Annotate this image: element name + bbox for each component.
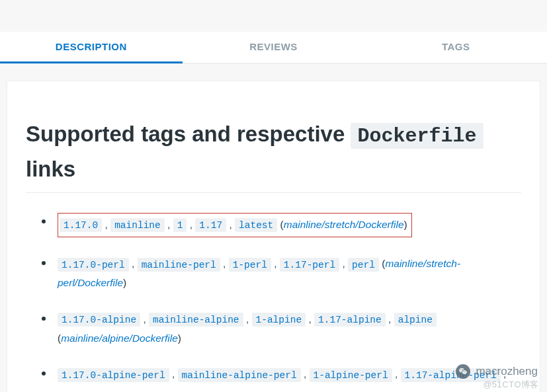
tag-link[interactable]: 1 [173,218,187,232]
paren-close: ) [404,219,407,230]
tab-description[interactable]: DESCRIPTION [0,32,183,63]
tags-row: 1.17.0-alpine-perl , mainline-alpine-per… [58,368,506,379]
dockerfile-link[interactable]: mainline/stretch/Dockerfile [284,219,404,230]
tag-link[interactable]: perl [348,258,379,272]
tag-link[interactable]: mainline [110,218,165,232]
tag-link[interactable]: latest [235,218,277,232]
list-item: 1.17.0-alpine-perl , mainline-alpine-per… [58,365,521,384]
tab-bar: DESCRIPTION REVIEWS TAGS [0,32,547,63]
title-post: links [26,157,75,181]
tag-link[interactable]: 1.17.0-alpine-perl [58,368,169,382]
description-panel: Supported tags and respective Dockerfile… [7,81,540,392]
tag-link[interactable]: 1-alpine [252,313,306,327]
tag-link[interactable]: 1.17-perl [280,258,339,272]
paren-close: ) [178,333,181,344]
tag-link[interactable]: mainline-alpine [149,313,243,327]
tag-link[interactable]: mainline-alpine-perl [178,368,301,382]
tags-row: 1.17.0-alpine , mainline-alpine , 1-alpi… [58,313,437,344]
tag-link[interactable]: mainline-perl [138,258,220,272]
tag-link[interactable]: 1-perl [229,258,271,272]
watermark-site: @51CTO博客 [483,379,539,391]
highlighted-tags-row: 1.17.0 , mainline , 1 , 1.17 , latest (m… [58,213,412,238]
tag-link[interactable]: 1.17.0 [60,218,102,232]
tag-link[interactable]: 1.17.0-alpine [58,313,140,327]
list-item: 1.17.0-alpine , mainline-alpine , 1-alpi… [58,310,521,348]
wechat-icon [456,364,470,379]
tag-link[interactable]: 1-alpine-perl [310,368,392,382]
watermark: macrozheng [456,364,538,379]
list-item: 1.17.0-perl , mainline-perl , 1-perl , 1… [58,255,521,292]
page-title: Supported tags and respective Dockerfile… [26,117,521,193]
tags-row: 1.17.0-perl , mainline-perl , 1-perl , 1… [58,258,460,288]
list-item: 1.17.0 , mainline , 1 , 1.17 , latest (m… [58,213,521,238]
dockerfile-link[interactable]: mainline/alpine/Dockerfile [61,333,178,344]
tab-reviews[interactable]: REVIEWS [183,32,365,63]
supported-tags-list: 1.17.0 , mainline , 1 , 1.17 , latest (m… [58,213,521,385]
tag-link[interactable]: 1.17-alpine [314,313,386,327]
title-code: Dockerfile [351,123,483,149]
tag-link[interactable]: 1.17.0-perl [58,258,129,272]
watermark-handle: macrozheng [476,365,538,378]
tab-tags[interactable]: TAGS [364,32,547,63]
title-pre: Supported tags and respective [26,122,351,146]
paren-close: ) [123,277,126,288]
tag-link[interactable]: 1.17 [195,218,226,232]
tag-link[interactable]: alpine [394,313,437,327]
